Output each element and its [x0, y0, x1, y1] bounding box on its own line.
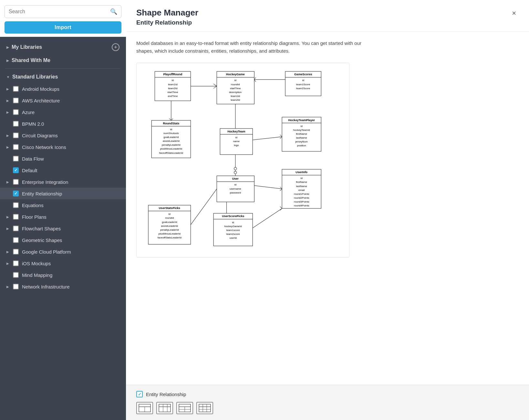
sidebar-item-label: Android Mockups: [22, 86, 59, 92]
panel-subtitle: Entity Relationship: [136, 19, 198, 26]
chevron-right-icon: ▶: [6, 285, 10, 289]
sidebar-item-circuit-diagrams[interactable]: ▶ Circuit Diagrams: [0, 130, 126, 141]
sidebar-item-equations[interactable]: Equations: [0, 199, 126, 211]
shape-icon-table2[interactable]: [156, 402, 173, 414]
svg-text:faceoffStatsLeaderId: faceoffStatsLeaderId: [159, 152, 183, 154]
svg-text:penaltyLeaderId: penaltyLeaderId: [162, 143, 181, 146]
svg-text:team2Score: team2Score: [296, 87, 310, 90]
checkbox-default[interactable]: [13, 167, 19, 173]
checkbox-azure[interactable]: [13, 109, 19, 115]
checkbox-flowchart-shapes[interactable]: [13, 226, 19, 231]
panel-body: Model databases in an easy-to-read forma…: [126, 32, 529, 385]
sidebar-item-floor-plans[interactable]: ▶ Floor Plans: [0, 211, 126, 223]
svg-text:round2Points: round2Points: [294, 196, 309, 199]
checkbox-mind-mapping[interactable]: [13, 272, 19, 278]
panel-footer: Entity Relationship: [126, 385, 529, 420]
search-box[interactable]: 🔍: [5, 5, 121, 18]
sidebar-item-label: Equations: [22, 203, 44, 208]
shape-icon-table4[interactable]: [196, 402, 213, 414]
chevron-right-icon: ▶: [6, 227, 10, 230]
sidebar-item-label: Entity Relationship: [22, 191, 62, 196]
svg-text:hockeyTeamId: hockeyTeamId: [293, 129, 310, 131]
svg-text:hockeyGameId: hockeyGameId: [224, 225, 242, 228]
svg-text:roundId: roundId: [165, 216, 174, 219]
sidebar-item-aws-architecture[interactable]: ▶ AWS Architecture: [0, 95, 126, 106]
chevron-right-icon: ▶: [6, 46, 9, 49]
sidebar-item-flowchart-shapes[interactable]: ▶ Flowchart Shapes: [0, 223, 126, 234]
sidebar-item-ios-mockups[interactable]: ▶ iOS Mockups: [0, 257, 126, 269]
sidebar-item-data-flow[interactable]: Data Flow: [0, 153, 126, 164]
sidebar-item-label: Circuit Diagrams: [22, 133, 58, 138]
svg-text:id: id: [232, 221, 234, 224]
my-libraries-label: My Libraries: [12, 44, 42, 50]
svg-text:firstName: firstName: [296, 132, 307, 135]
sidebar-item-label: Azure: [22, 110, 35, 115]
chevron-right-icon: ▶: [6, 110, 10, 114]
checkbox-aws[interactable]: [13, 98, 19, 103]
description-text: Model databases in an easy-to-read forma…: [136, 39, 369, 55]
standard-libraries-label: Standard Libraries: [12, 74, 58, 80]
checkbox-circuit-diagrams[interactable]: [13, 132, 19, 138]
chevron-right-icon: ▶: [6, 262, 10, 265]
svg-text:GameScores: GameScores: [294, 73, 312, 76]
chevron-right-icon: ▶: [6, 215, 10, 219]
sidebar-item-android-mockups[interactable]: ▶ Android Mockups: [0, 83, 126, 95]
checkbox-floor-plans[interactable]: [13, 214, 19, 220]
chevron-right-icon: ▶: [6, 87, 10, 91]
svg-line-105: [280, 206, 282, 208]
sidebar-item-network-infrastructure[interactable]: ▶ Network Infrastructure: [0, 281, 126, 292]
checkbox-google-cloud[interactable]: [13, 249, 19, 255]
svg-text:password: password: [230, 191, 241, 194]
svg-text:position: position: [297, 144, 306, 147]
svg-text:numShutouts: numShutouts: [163, 132, 179, 135]
checkbox-geometric-shapes[interactable]: [13, 237, 19, 243]
svg-text:team2Id: team2Id: [168, 87, 177, 90]
svg-text:team1Id: team1Id: [231, 95, 240, 98]
svg-text:penaltyLeaderId: penaltyLeaderId: [160, 228, 179, 231]
footer-checkbox-row: Entity Relationship: [136, 391, 519, 397]
divider: [5, 68, 121, 69]
sidebar-item-cisco-network[interactable]: ▶ Cisco Network Icons: [0, 141, 126, 153]
sidebar-item-label: iOS Mockups: [22, 261, 51, 266]
panel-header: Shape Manager Entity Relationship ×: [126, 0, 529, 32]
checkbox-network-infrastructure[interactable]: [13, 284, 19, 289]
sidebar-item-enterprise-integration[interactable]: ▶ Enterprise Integration: [0, 176, 126, 188]
close-button[interactable]: ×: [509, 8, 519, 19]
sidebar-section-shared-with-me[interactable]: ▶ Shared With Me: [0, 54, 126, 67]
svg-text:id: id: [234, 183, 236, 186]
checkbox-ios-mockups[interactable]: [13, 260, 19, 266]
sidebar-item-azure[interactable]: ▶ Azure: [0, 106, 126, 118]
checkbox-cisco-network[interactable]: [13, 144, 19, 150]
sidebar-item-default[interactable]: Default: [0, 164, 126, 176]
sidebar-item-bpmn2[interactable]: BPMN 2.0: [0, 118, 126, 130]
checkbox-bpmn2[interactable]: [13, 121, 19, 127]
chevron-down-icon-std: ▼: [6, 75, 10, 79]
sidebar-item-google-cloud[interactable]: ▶ Google Cloud Platform: [0, 246, 126, 257]
svg-text:goalLeaderId: goalLeaderId: [162, 221, 177, 224]
svg-text:HockeyGame: HockeyGame: [226, 73, 245, 76]
svg-text:PlayoffRound: PlayoffRound: [163, 73, 182, 76]
chevron-right-icon: ▶: [6, 134, 10, 137]
checkbox-data-flow[interactable]: [13, 156, 19, 162]
checkbox-android-mockups[interactable]: [13, 86, 19, 92]
svg-text:id: id: [234, 79, 236, 82]
shape-icon-table3[interactable]: [176, 402, 193, 414]
checkbox-enterprise-integration[interactable]: [13, 179, 19, 185]
svg-text:team1Score: team1Score: [296, 83, 310, 86]
sidebar-item-geometric-shapes[interactable]: Geometric Shapes: [0, 234, 126, 246]
footer-checkbox[interactable]: [136, 391, 143, 397]
diagram-preview: PlayoffRound id team1Id team2Id startTim…: [136, 63, 349, 257]
search-input[interactable]: [9, 9, 110, 15]
sidebar-section-my-libraries[interactable]: ▶ My Libraries +: [0, 40, 126, 54]
checkbox-equations[interactable]: [13, 202, 19, 208]
svg-text:id: id: [169, 213, 171, 215]
svg-text:logo: logo: [234, 144, 239, 147]
sidebar-item-mind-mapping[interactable]: Mind Mapping: [0, 269, 126, 281]
import-button[interactable]: Import: [5, 21, 121, 34]
svg-text:UserInfo: UserInfo: [296, 171, 307, 174]
add-library-button[interactable]: +: [112, 43, 119, 51]
shape-icon-table1[interactable]: [136, 402, 153, 414]
checkbox-entity-relationship[interactable]: [13, 191, 19, 196]
sidebar-section-standard-libraries[interactable]: ▼ Standard Libraries: [0, 71, 126, 83]
sidebar-item-entity-relationship[interactable]: Entity Relationship: [0, 188, 126, 199]
